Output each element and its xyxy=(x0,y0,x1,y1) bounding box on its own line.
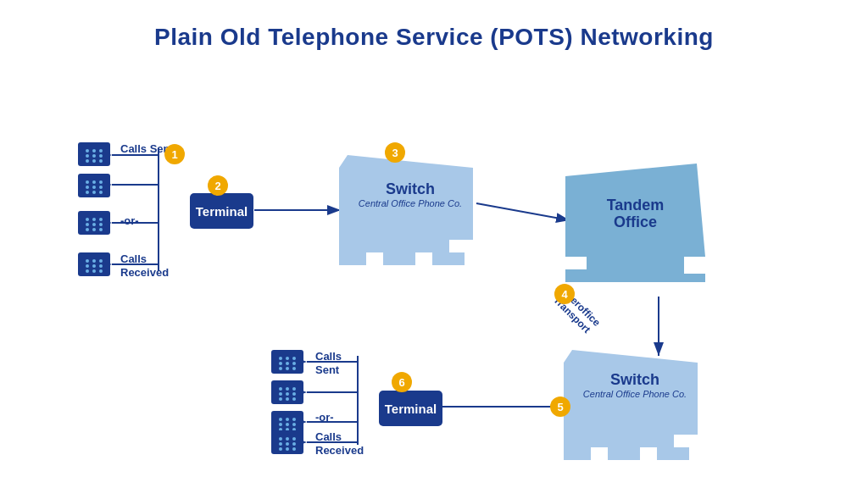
phone-top-2 xyxy=(78,174,110,201)
svg-point-28 xyxy=(86,180,89,184)
svg-point-39 xyxy=(92,218,96,221)
svg-point-51 xyxy=(86,264,89,268)
phone-top-1 xyxy=(78,142,110,169)
svg-point-56 xyxy=(99,269,103,273)
svg-point-75 xyxy=(286,397,289,401)
diagram-area: Calls Sent -or- CallsReceived 1 Terminal… xyxy=(27,55,841,462)
svg-point-19 xyxy=(92,149,96,152)
svg-point-80 xyxy=(292,418,296,421)
svg-point-60 xyxy=(292,357,296,360)
svg-point-55 xyxy=(92,269,96,273)
calls-received-label-top: CallsReceived xyxy=(120,252,169,279)
svg-point-94 xyxy=(279,447,282,451)
svg-point-74 xyxy=(279,397,282,401)
svg-point-72 xyxy=(286,392,289,396)
svg-point-76 xyxy=(292,397,296,401)
svg-point-92 xyxy=(286,442,289,446)
svg-point-71 xyxy=(279,392,282,396)
svg-point-64 xyxy=(279,367,282,370)
calls-sent-label-bottom: CallsSent xyxy=(315,350,342,376)
svg-point-96 xyxy=(292,447,296,451)
svg-point-25 xyxy=(92,159,96,163)
switch1-label: Switch xyxy=(339,180,481,198)
svg-point-30 xyxy=(99,180,103,184)
svg-point-65 xyxy=(286,367,289,370)
svg-point-21 xyxy=(86,154,89,158)
badge-4: 4 xyxy=(554,284,575,304)
phone-top-4 xyxy=(78,252,110,280)
tandem-label: TandemOffice xyxy=(565,197,705,231)
svg-point-54 xyxy=(86,269,89,273)
svg-point-78 xyxy=(279,418,282,421)
switch-1-container: Switch Central Office Phone Co. xyxy=(339,155,481,265)
badge-1: 1 xyxy=(164,144,185,164)
svg-point-29 xyxy=(92,180,96,184)
diagram-container: Plain Old Telephone Service (POTS) Netwo… xyxy=(27,15,841,473)
or-label-bottom: -or- xyxy=(315,411,334,424)
svg-point-50 xyxy=(99,259,103,263)
svg-point-33 xyxy=(99,186,103,189)
svg-point-40 xyxy=(99,218,103,221)
svg-point-79 xyxy=(286,418,289,421)
svg-point-88 xyxy=(279,437,282,441)
svg-point-81 xyxy=(279,423,282,426)
svg-point-34 xyxy=(86,191,89,194)
svg-point-53 xyxy=(99,264,103,268)
badge-5: 5 xyxy=(550,396,570,417)
svg-point-31 xyxy=(86,186,89,189)
svg-point-59 xyxy=(286,357,289,360)
svg-point-68 xyxy=(279,387,282,391)
phone-bottom-2 xyxy=(271,380,303,408)
svg-point-91 xyxy=(279,442,282,446)
svg-point-49 xyxy=(92,259,96,263)
svg-point-44 xyxy=(86,228,89,231)
svg-point-69 xyxy=(286,387,289,391)
svg-point-58 xyxy=(279,357,282,360)
svg-point-18 xyxy=(86,149,89,152)
svg-point-43 xyxy=(99,223,103,226)
svg-point-62 xyxy=(286,362,289,365)
svg-point-48 xyxy=(86,259,89,263)
svg-point-70 xyxy=(292,387,296,391)
svg-point-36 xyxy=(99,191,103,194)
svg-point-95 xyxy=(286,447,289,451)
svg-point-32 xyxy=(92,186,96,189)
svg-point-82 xyxy=(286,423,289,426)
svg-point-35 xyxy=(92,191,96,194)
phone-bottom-4 xyxy=(271,430,303,458)
svg-point-26 xyxy=(99,159,103,163)
svg-point-46 xyxy=(99,228,103,231)
svg-point-90 xyxy=(292,437,296,441)
svg-point-66 xyxy=(292,367,296,370)
switch2-label: Switch xyxy=(564,371,706,389)
badge-3: 3 xyxy=(385,142,405,163)
phone-bottom-1 xyxy=(271,350,303,377)
badge-6: 6 xyxy=(392,372,412,392)
svg-point-45 xyxy=(92,228,96,231)
or-label-top: -or- xyxy=(120,214,139,228)
svg-point-22 xyxy=(92,154,96,158)
svg-line-8 xyxy=(476,203,570,220)
svg-point-20 xyxy=(99,149,103,152)
badge-2: 2 xyxy=(208,175,228,196)
terminal-2: Terminal xyxy=(379,391,442,426)
terminal-1: Terminal xyxy=(190,193,253,229)
svg-point-24 xyxy=(86,159,89,163)
page-title: Plain Old Telephone Service (POTS) Netwo… xyxy=(27,15,841,51)
svg-point-83 xyxy=(292,423,296,426)
svg-point-73 xyxy=(292,392,296,396)
svg-point-61 xyxy=(279,362,282,365)
tandem-container: TandemOffice xyxy=(565,164,705,282)
svg-point-38 xyxy=(86,218,89,221)
calls-received-label-bottom: CallsReceived xyxy=(315,430,364,457)
phone-top-3 xyxy=(78,211,110,238)
svg-point-52 xyxy=(92,264,96,268)
svg-point-23 xyxy=(99,154,103,158)
switch1-sublabel: Central Office Phone Co. xyxy=(339,198,481,208)
switch2-sublabel: Central Office Phone Co. xyxy=(564,389,706,399)
svg-point-41 xyxy=(86,223,89,226)
svg-point-93 xyxy=(292,442,296,446)
switch-2-container: Switch Central Office Phone Co. xyxy=(564,350,706,460)
svg-point-89 xyxy=(286,437,289,441)
svg-point-42 xyxy=(92,223,96,226)
